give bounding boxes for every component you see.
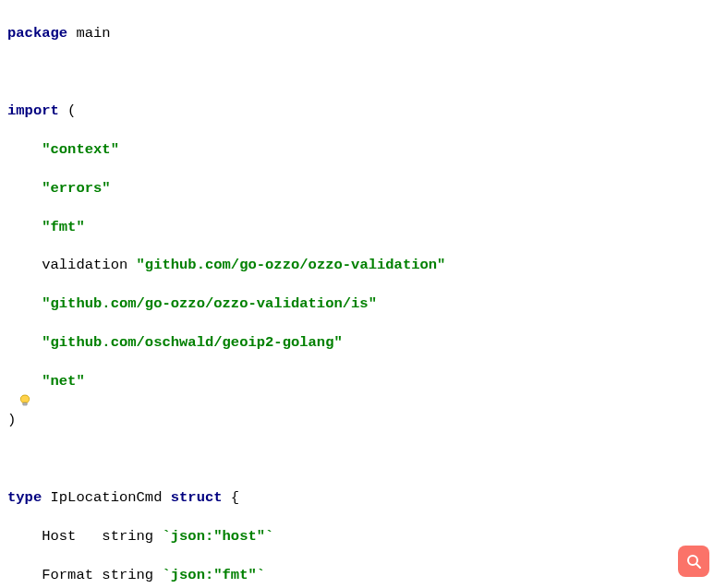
field-decl: Host string <box>42 528 162 545</box>
code-line: "fmt" <box>7 218 726 237</box>
identifier: main <box>67 25 111 42</box>
code-line: ) <box>7 411 726 430</box>
code-line: import ( <box>7 102 726 121</box>
paren: ( <box>59 102 77 119</box>
paren: ) <box>7 412 16 428</box>
string-literal: "github.com/go-ozzo/ozzo-validation" <box>137 257 446 273</box>
string-literal: "github.com/go-ozzo/ozzo-validation/is" <box>42 295 377 312</box>
code-line: "net" <box>7 372 726 391</box>
string-literal: "errors" <box>42 180 110 197</box>
string-literal: "github.com/oschwald/geoip2-golang" <box>42 334 343 351</box>
code-line: Host string `json:"host"` <box>7 527 726 546</box>
keyword: type <box>7 489 42 506</box>
brace: { <box>223 489 240 506</box>
struct-tag: `json:"fmt"` <box>162 567 265 583</box>
code-line: "github.com/go-ozzo/ozzo-validation/is" <box>7 294 726 314</box>
svg-line-2 <box>696 564 700 568</box>
struct-tag: `json:"host"` <box>162 528 273 545</box>
string-literal: "context" <box>42 141 119 158</box>
code-line: type IpLocationCmd struct { <box>7 488 726 508</box>
code-editor[interactable]: package main import ( "context" "errors"… <box>0 5 726 588</box>
keyword: package <box>7 25 67 42</box>
code-line <box>7 450 726 469</box>
keyword: import <box>7 102 59 119</box>
identifier: IpLocationCmd <box>42 489 171 506</box>
code-line <box>7 63 726 82</box>
identifier: validation <box>42 257 136 273</box>
search-button[interactable] <box>678 546 709 577</box>
code-line: validation "github.com/go-ozzo/ozzo-vali… <box>7 256 726 275</box>
search-icon <box>685 553 702 570</box>
code-line: Format string `json:"fmt"` <box>7 566 726 585</box>
code-line: "github.com/oschwald/geoip2-golang" <box>7 333 726 353</box>
string-literal: "fmt" <box>42 219 85 235</box>
field-decl: Format string <box>42 567 162 583</box>
code-line: "context" <box>7 140 726 160</box>
code-line: package main <box>7 24 726 43</box>
code-line: "errors" <box>7 179 726 198</box>
keyword: struct <box>171 489 223 506</box>
string-literal: "net" <box>42 373 85 390</box>
